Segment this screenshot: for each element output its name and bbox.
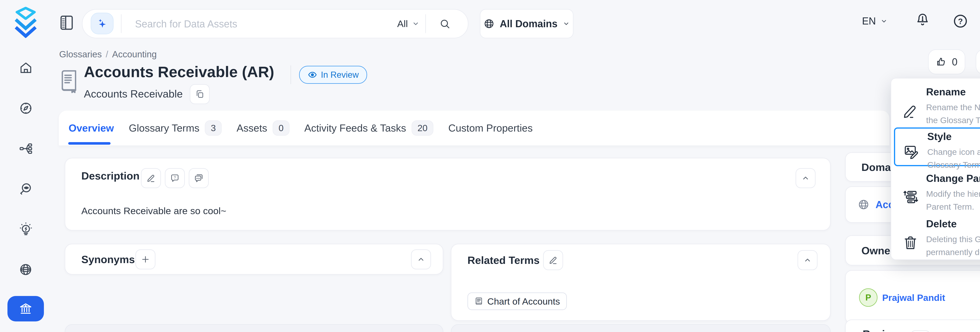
breadcrumb-separator: / [106,49,108,60]
sidebar-item-govern-active[interactable] [8,296,44,321]
thumbs-up-icon [936,56,947,67]
sidebar-item-explore[interactable] [19,101,33,115]
title-divider [291,65,291,84]
collapse-related-terms-button[interactable] [797,250,818,270]
edit-description-button[interactable] [141,168,161,188]
language-selector[interactable]: EN [862,15,888,27]
trash-icon [902,227,919,259]
breadcrumb: Glossaries / Accounting [59,49,157,60]
next-section-card-left [65,324,443,332]
description-text: Accounts Receivable are so cool~ [81,206,226,216]
breadcrumb-glossaries[interactable]: Glossaries [59,49,102,60]
breadcrumb-accounting[interactable]: Accounting [112,49,157,60]
glossary-book-icon [59,69,80,94]
plus-icon [141,255,150,264]
sidebar-toggle-button[interactable] [59,14,75,31]
search-placeholder[interactable]: Search for Data Assets [135,18,237,30]
rename-icon [902,95,919,126]
edit-icon [548,255,558,265]
owner-avatar-initial: P [865,292,871,302]
chevron-down-icon [563,20,570,27]
reviewers-card: Reviewers [845,319,980,332]
tab-custom-properties[interactable]: Custom Properties [448,122,533,134]
menu-item-title: Style [927,131,980,142]
menu-item-title: Change Parent Term [926,172,980,184]
sparkles-icon [96,18,108,29]
search-scope-select[interactable]: All [397,9,420,38]
upvote-button[interactable]: 0 [928,49,965,74]
tab-count-badge: 0 [273,120,290,136]
search-submit[interactable] [439,18,450,30]
more-actions-menu: Rename Rename the Name and Display Name … [891,78,980,260]
domain-filter-button[interactable]: All Domains [480,9,573,38]
menu-item-description: Deleting this Glossary Term would perman… [926,233,980,259]
display-name: Accounts Receivable [84,88,183,100]
collapse-description-button[interactable] [795,168,816,188]
domains-globe-icon [18,262,33,277]
tab-bar: Overview Glossary Terms3 Assets0 Activit… [59,111,889,145]
ai-search-toggle[interactable] [91,13,113,34]
search-eye-icon [19,182,33,196]
search-icon [439,18,450,30]
menu-item-delete[interactable]: Delete Deleting this Glossary Term would… [891,214,980,259]
chat-threads-icon [194,173,204,183]
chevron-down-icon [880,17,888,25]
term-book-icon [474,297,483,306]
owner-avatar[interactable]: P [859,288,878,307]
related-term-label: Chart of Accounts [487,296,560,307]
panel-toggle-icon [59,14,75,31]
comments-button[interactable] [189,168,209,188]
eye-icon [307,70,317,80]
edit-icon [146,173,156,183]
status-badge-label: In Review [321,70,359,80]
help-icon: ? [952,13,969,29]
bank-icon [18,302,33,316]
menu-item-style-highlighted[interactable]: Style Change icon and badge color for th… [894,127,980,166]
reviewers-title: Reviewers [862,328,915,332]
owner-name-link[interactable]: Prajwal Pandit [882,292,945,303]
help-button[interactable]: ? [952,13,969,29]
notifications-button[interactable] [915,12,930,28]
copy-name-button[interactable] [190,84,210,104]
synonyms-title: Synonyms [81,253,135,266]
downvote-button[interactable]: 0 [976,49,980,74]
search-scope-label: All [397,18,408,29]
sidebar-item-lineage[interactable] [19,141,33,156]
search-divider [121,14,121,33]
sidebar-item-home[interactable] [19,61,33,75]
glossary-term-page: Search for Data Assets All All Domains E… [0,0,980,332]
collapse-synonyms-button[interactable] [411,250,431,269]
sidebar-item-domains[interactable] [18,262,33,277]
tab-activity-feeds[interactable]: Activity Feeds & Tasks20 [304,120,433,136]
sidebar-item-insights[interactable] [19,222,33,237]
synonyms-card: Synonyms [65,244,443,275]
hierarchy-icon [902,182,919,213]
globe-icon [483,18,495,29]
menu-item-rename[interactable]: Rename Rename the Name and Display Name … [891,82,980,126]
svg-text:?: ? [174,175,176,180]
menu-item-title: Rename [926,86,980,98]
global-search-bar[interactable]: Search for Data Assets All [82,9,468,38]
menu-item-description: Modify the hierarchy by changing the Par… [926,187,980,213]
collapse-reviewers-button[interactable] [910,330,931,332]
chevron-down-icon [412,20,420,28]
sidebar-item-observability[interactable] [19,182,33,196]
menu-item-description: Rename the Name and Display Name for the… [926,101,980,126]
app-logo[interactable] [14,6,37,38]
next-section-card-right [451,324,830,332]
tab-count-badge: 20 [412,120,433,136]
tab-glossary-terms[interactable]: Glossary Terms3 [129,120,222,136]
globe-icon [858,199,870,210]
tab-overview[interactable]: Overview [68,122,114,134]
compass-icon [19,101,33,115]
edit-related-terms-button[interactable] [543,250,563,270]
request-description-button[interactable]: ? [165,168,185,188]
status-badge[interactable]: In Review [299,66,367,84]
page-title: Accounts Receivable (AR) [84,63,274,81]
owners-value-card: P Prajwal Pandit [845,270,980,324]
comment-question-icon: ? [170,173,180,183]
menu-item-change-parent-term[interactable]: Change Parent Term Modify the hierarchy … [891,169,980,213]
tab-assets[interactable]: Assets0 [237,120,290,136]
add-synonym-button[interactable] [135,250,156,269]
related-term-chip[interactable]: Chart of Accounts [468,292,567,310]
